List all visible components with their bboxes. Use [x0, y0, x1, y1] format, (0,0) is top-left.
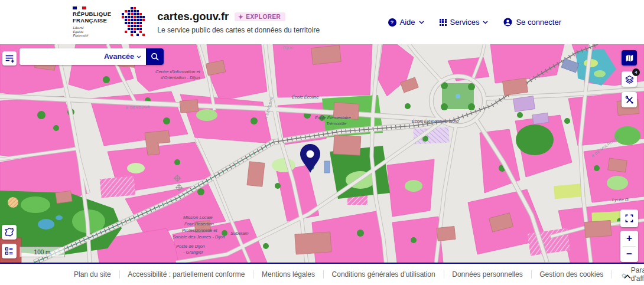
french-flag-icon	[73, 6, 111, 9]
site-footer: Plan du site Accessibilité : partielleme…	[0, 263, 644, 285]
fullscreen-icon	[625, 214, 634, 223]
chevron-down-icon	[419, 21, 424, 24]
menu-plus-icon	[4, 53, 15, 64]
tools-icon	[625, 95, 635, 105]
city-label: Dijon	[282, 45, 294, 50]
scale-bar: 100 m	[19, 247, 65, 257]
search-button[interactable]	[146, 48, 164, 65]
legend-button[interactable]	[2, 244, 17, 258]
nav-login-label: Se connecter	[516, 18, 561, 27]
user-account-icon	[503, 18, 512, 27]
compass-icon	[238, 14, 243, 19]
chevron-down-icon	[136, 55, 141, 58]
basemap-button[interactable]	[622, 50, 637, 65]
footer-link-accessibilite[interactable]: Accessibilité : partiellement conforme	[119, 270, 253, 279]
layers-count-badge: 4	[632, 68, 640, 76]
poi-label: École Élémentaire Nord	[412, 119, 459, 124]
poi-label: Professionnelle et	[182, 228, 218, 233]
poi-label: Lycée G	[612, 197, 629, 202]
nav-se-connecter[interactable]: Se connecter	[503, 18, 561, 27]
site-header: RÉPUBLIQUE FRANÇAISE Liberté Égalité Fra…	[0, 0, 644, 44]
map-icon	[625, 53, 635, 63]
scale-label: 100 m	[34, 249, 51, 255]
poi-label: Trémouille	[326, 121, 346, 126]
motto-line: Fraternité	[73, 34, 111, 38]
republique-text: RÉPUBLIQUE	[73, 11, 111, 17]
tools-button[interactable]	[622, 92, 637, 107]
poi-label: École Élémentaire	[315, 115, 351, 120]
zoom-out-button[interactable]: −	[620, 247, 638, 262]
search-input[interactable]	[19, 48, 104, 65]
nav-aide[interactable]: ? Aide	[388, 18, 424, 27]
poi-label: Suberam	[230, 231, 248, 236]
zoom-controls: + −	[620, 231, 638, 262]
poi-label: - Grangier	[183, 250, 203, 255]
poi-label: École Écoline	[292, 94, 318, 100]
collapse-footer-button[interactable]	[624, 271, 631, 281]
footer-link-gestion-cookies[interactable]: Gestion des cookies	[531, 270, 612, 279]
footer-link-cgu[interactable]: Conditions générales d'utilisation	[324, 270, 444, 279]
advanced-label: Avancée	[104, 53, 134, 61]
poi-label: Mission Locale	[183, 215, 213, 220]
search-bar: Avancée	[19, 48, 164, 65]
help-icon: ?	[388, 18, 396, 27]
display-settings-label: Paramètres d'affichage	[631, 266, 644, 283]
cartes-gouv-pixel-france-logo	[121, 7, 148, 38]
poi-label: Centre d'information et	[155, 69, 201, 74]
layers-button[interactable]: 4	[622, 71, 637, 87]
poi-label: Pour l'Insertion	[184, 221, 214, 227]
explorer-badge: EXPLORER	[235, 12, 285, 21]
footer-link-plan-du-site[interactable]: Plan du site	[66, 270, 119, 279]
fullscreen-button[interactable]	[620, 209, 638, 227]
footer-link-donnees-personnelles[interactable]: Données personnelles	[444, 270, 531, 279]
poi-label: Poste de Dijon	[176, 244, 205, 249]
nav-aide-label: Aide	[400, 18, 415, 27]
france-extent-button[interactable]	[2, 225, 17, 240]
map-viewport[interactable]: Dijon Centre d'information et d'Orientat…	[0, 44, 644, 263]
advanced-search-toggle[interactable]: Avancée	[104, 53, 146, 61]
republique-francaise-logo: RÉPUBLIQUE FRANÇAISE Liberté Égalité Fra…	[73, 6, 111, 37]
layers-icon	[625, 74, 635, 84]
services-grid-icon	[440, 19, 447, 26]
france-outline-icon	[4, 227, 14, 237]
legend-list-icon	[4, 246, 14, 256]
explorer-badge-label: EXPLORER	[246, 14, 281, 20]
search-menu-button[interactable]	[2, 51, 17, 65]
footer-link-mentions-legales[interactable]: Mentions légales	[253, 270, 323, 279]
search-icon	[151, 53, 160, 61]
site-tagline: Le service public des cartes et données …	[157, 26, 320, 34]
nav-services-label: Services	[450, 18, 480, 27]
francaise-text: FRANÇAISE	[73, 17, 107, 24]
chevron-up-icon	[624, 274, 631, 279]
nav-services[interactable]: Services	[440, 18, 489, 27]
zoom-in-button[interactable]: +	[620, 231, 638, 246]
poi-label: Sociale des Jeunes - Dijon	[173, 234, 225, 240]
chevron-down-icon	[483, 21, 488, 24]
site-title[interactable]: cartes.gouv.fr	[157, 10, 229, 23]
map-canvas[interactable]: Dijon Centre d'information et d'Orientat…	[0, 44, 644, 263]
poi-label: d'Orientation - Dijon	[161, 75, 200, 80]
